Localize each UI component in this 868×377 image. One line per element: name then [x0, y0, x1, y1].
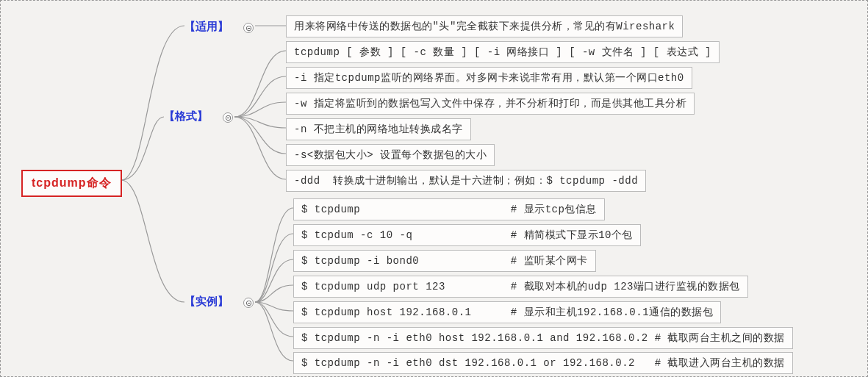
- root-node[interactable]: tcpdump命令: [21, 170, 122, 197]
- leaf-format-3[interactable]: -w 指定将监听到的数据包写入文件中保存，并不分析和打印，而是供其他工具分析: [286, 93, 695, 115]
- root-title: tcpdump命令: [32, 176, 112, 189]
- branch-usage-label: 【适用】: [184, 20, 229, 32]
- leaf-format-2[interactable]: -i 指定tcpdump监听的网络界面。对多网卡来说非常有用，默认第一个网口et…: [286, 67, 692, 89]
- leaf-usage-1[interactable]: 用来将网络中传送的数据包的"头"完全截获下来提供分析，常见的有Wireshark: [286, 15, 683, 37]
- leaf-format-4[interactable]: -n 不把主机的网络地址转换成名字: [286, 118, 471, 140]
- mindmap-canvas: tcpdump命令 【适用】 ⊝ 【格式】 ⊝ 【实例】 ⊝ 用来将网络中传送的…: [0, 0, 868, 377]
- leaf-example-1[interactable]: $ tcpdump # 显示tcp包信息: [293, 198, 605, 220]
- leaf-example-2[interactable]: $ tcpdum -c 10 -q # 精简模式下显示10个包: [293, 224, 641, 246]
- branch-example-label: 【实例】: [184, 295, 229, 307]
- leaf-example-6[interactable]: $ tcpdump -n -i eth0 host 192.168.0.1 an…: [293, 327, 793, 349]
- leaf-format-5[interactable]: -s<数据包大小> 设置每个数据包的大小: [286, 144, 495, 166]
- leaf-format-1[interactable]: tcpdump [ 参数 ] [ -c 数量 ] [ -i 网络接口 ] [ -…: [286, 41, 720, 63]
- leaf-example-5[interactable]: $ tcpdump host 192.168.0.1 # 显示和主机192.16…: [293, 301, 721, 323]
- branch-usage[interactable]: 【适用】: [184, 20, 229, 34]
- leaf-format-6[interactable]: -ddd 转换成十进制输出，默认是十六进制；例如：$ tcpdump -ddd: [286, 170, 646, 192]
- branch-format[interactable]: 【格式】: [164, 109, 208, 123]
- leaf-example-3[interactable]: $ tcpdump -i bond0 # 监听某个网卡: [293, 250, 596, 272]
- collapse-icon[interactable]: ⊝: [223, 112, 233, 123]
- leaf-example-4[interactable]: $ tcpdump udp port 123 # 截取对本机的udp 123端口…: [293, 276, 748, 298]
- collapse-icon[interactable]: ⊝: [243, 23, 254, 33]
- collapse-icon[interactable]: ⊝: [243, 298, 254, 308]
- branch-format-label: 【格式】: [164, 109, 208, 122]
- branch-example[interactable]: 【实例】: [184, 295, 229, 309]
- leaf-example-7[interactable]: $ tcpdump -n -i eth0 dst 192.168.0.1 or …: [293, 352, 793, 374]
